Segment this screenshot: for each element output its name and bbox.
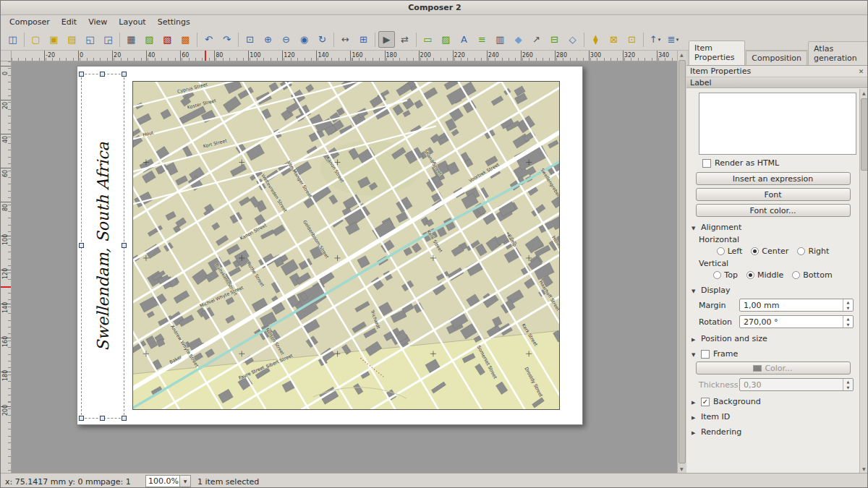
scrollbar-thumb[interactable] bbox=[861, 98, 868, 171]
close-icon[interactable] bbox=[857, 67, 865, 75]
insert-expression-button[interactable]: Insert an expression bbox=[696, 172, 851, 185]
selection-handle[interactable] bbox=[122, 243, 127, 248]
background-checkbox[interactable] bbox=[701, 398, 710, 406]
select-move-item-icon[interactable]: ▶ bbox=[378, 31, 395, 48]
alignment-section-header[interactable]: Alignment bbox=[692, 223, 856, 232]
radio-icon bbox=[797, 247, 805, 255]
panel-scrollbar[interactable] bbox=[859, 89, 868, 473]
display-section-header[interactable]: Display bbox=[692, 286, 856, 295]
rendering-section-header[interactable]: Rendering bbox=[692, 427, 856, 437]
map-item[interactable]: Cyprus StreetKoster StreetHoutKort Stree… bbox=[132, 81, 560, 410]
composer-canvas[interactable]: Cyprus StreetKoster StreetHoutKort Stree… bbox=[12, 61, 677, 473]
align-selected-items-icon[interactable]: ≣▾ bbox=[665, 31, 681, 48]
scrollbar-thumb[interactable] bbox=[678, 60, 686, 463]
move-item-content-icon[interactable]: ⇄ bbox=[396, 31, 413, 48]
refresh-view-icon[interactable]: ↻ bbox=[314, 31, 331, 48]
align-top-option[interactable]: Top bbox=[713, 270, 738, 280]
add-basic-shape-icon[interactable]: ◆ bbox=[510, 31, 527, 48]
selection-handle[interactable] bbox=[122, 416, 127, 421]
selection-handle[interactable] bbox=[100, 416, 105, 421]
spin-down-icon[interactable] bbox=[843, 322, 853, 328]
selection-handle[interactable] bbox=[79, 72, 84, 77]
composer-page[interactable]: Cyprus StreetKoster StreetHoutKort Stree… bbox=[77, 66, 583, 425]
new-composer-icon[interactable]: ▢ bbox=[27, 31, 44, 48]
font-button[interactable]: Font bbox=[696, 188, 851, 201]
item-id-section-header[interactable]: Item ID bbox=[692, 412, 856, 421]
pan-composer-icon[interactable]: ↔ bbox=[337, 31, 354, 48]
tab-atlas-generation[interactable]: Atlas generation bbox=[808, 41, 868, 65]
add-new-label-icon[interactable]: A bbox=[456, 31, 472, 48]
ruler-number: 140 bbox=[2, 302, 9, 313]
ruler-number: 100 bbox=[250, 52, 260, 59]
add-new-scalebar-icon[interactable]: ▥ bbox=[492, 31, 509, 48]
frame-checkbox[interactable] bbox=[701, 350, 710, 359]
label-text-edit[interactable] bbox=[699, 93, 856, 155]
composer-manager-icon[interactable]: ▤ bbox=[64, 31, 80, 48]
add-image-icon[interactable]: ▨ bbox=[438, 31, 454, 48]
panel-tab-bar: Item Properties Composition Atlas genera… bbox=[686, 51, 868, 66]
restore-last-change-icon[interactable]: ↷ bbox=[218, 31, 235, 48]
spin-up-icon[interactable] bbox=[843, 316, 853, 322]
frame-section-header[interactable]: Frame bbox=[692, 349, 856, 359]
zoom-actual-icon[interactable]: ◉ bbox=[296, 31, 312, 48]
export-pdf-icon[interactable]: ▧ bbox=[159, 31, 176, 48]
label-section-header: Label bbox=[686, 77, 868, 88]
ruler-number: 40 bbox=[2, 136, 9, 143]
canvas-vertical-scrollbar[interactable] bbox=[677, 51, 686, 473]
zoom-in-icon[interactable]: ⊕ bbox=[260, 31, 276, 48]
spin-down-icon[interactable] bbox=[843, 305, 853, 311]
font-color-button[interactable]: Font color... bbox=[696, 204, 851, 217]
align-bottom-option[interactable]: Bottom bbox=[792, 270, 832, 280]
menu-edit[interactable]: Edit bbox=[56, 16, 82, 28]
ruler-number: 40 bbox=[148, 52, 155, 59]
align-right-option[interactable]: Right bbox=[797, 247, 829, 256]
render-as-html-checkbox[interactable] bbox=[702, 159, 711, 168]
add-arrow-icon[interactable]: ↗ bbox=[528, 31, 545, 48]
raise-selected-items-icon[interactable]: ↑▾ bbox=[647, 31, 663, 48]
add-new-map-icon[interactable]: ▭ bbox=[420, 31, 436, 48]
spin-up-icon[interactable] bbox=[843, 299, 853, 305]
label-item[interactable]: Swellendam, South Africa bbox=[81, 74, 124, 419]
zoom-level-combo[interactable]: 100.0% bbox=[145, 475, 180, 487]
revert-last-change-icon[interactable]: ↶ bbox=[200, 31, 217, 48]
lock-selected-items-icon[interactable]: ⊠ bbox=[605, 31, 622, 48]
menu-view[interactable]: View bbox=[82, 16, 113, 28]
align-middle-option[interactable]: Middle bbox=[746, 270, 783, 280]
zoom-dropdown-icon[interactable] bbox=[180, 475, 191, 487]
zoom-full-icon[interactable]: ⊡ bbox=[242, 31, 258, 48]
radio-icon bbox=[717, 247, 725, 255]
selection-handle[interactable] bbox=[79, 243, 84, 248]
align-left-option[interactable]: Left bbox=[717, 247, 743, 256]
save-project-icon[interactable]: ◫ bbox=[4, 31, 21, 48]
print-icon[interactable]: ▦ bbox=[123, 31, 140, 48]
save-template-icon[interactable]: ◲ bbox=[100, 31, 116, 48]
selection-handle[interactable] bbox=[79, 416, 84, 421]
add-new-legend-icon[interactable]: ≡ bbox=[474, 31, 490, 48]
toolbar-separator bbox=[375, 33, 375, 47]
zoom-region-icon[interactable]: ⊞ bbox=[355, 31, 372, 48]
export-image-icon[interactable]: ▨ bbox=[141, 31, 158, 48]
rotation-spinbox[interactable]: 270,00 ° bbox=[739, 315, 854, 328]
add-attribute-table-icon[interactable]: ⊟ bbox=[546, 31, 563, 48]
selection-handle[interactable] bbox=[122, 72, 127, 77]
background-section-header[interactable]: Background bbox=[692, 397, 856, 406]
add-html-frame-icon[interactable]: ◇ bbox=[564, 31, 581, 48]
zoom-out-icon[interactable]: ⊖ bbox=[278, 31, 294, 48]
tab-composition[interactable]: Composition bbox=[746, 51, 807, 65]
duplicate-composer-icon[interactable]: ▣ bbox=[46, 31, 62, 48]
selection-handle[interactable] bbox=[100, 72, 105, 77]
ruler-number: 180 bbox=[2, 370, 9, 381]
frame-color-button[interactable]: Color... bbox=[696, 361, 851, 374]
menu-composer[interactable]: Composer bbox=[4, 16, 56, 28]
group-items-icon[interactable]: ⧫ bbox=[587, 31, 604, 48]
load-template-icon[interactable]: ◱ bbox=[82, 31, 98, 48]
thickness-label: Thickness bbox=[699, 380, 736, 390]
tab-item-properties[interactable]: Item Properties bbox=[689, 40, 745, 65]
unlock-all-items-icon[interactable]: ⊡ bbox=[624, 31, 640, 48]
export-svg-icon[interactable]: ▩ bbox=[177, 31, 194, 48]
menu-layout[interactable]: Layout bbox=[113, 16, 151, 28]
menu-settings[interactable]: Settings bbox=[152, 16, 196, 28]
position-size-section-header[interactable]: Position and size bbox=[692, 334, 856, 343]
margin-spinbox[interactable]: 1,00 mm bbox=[739, 299, 854, 312]
align-center-option[interactable]: Center bbox=[751, 247, 788, 256]
